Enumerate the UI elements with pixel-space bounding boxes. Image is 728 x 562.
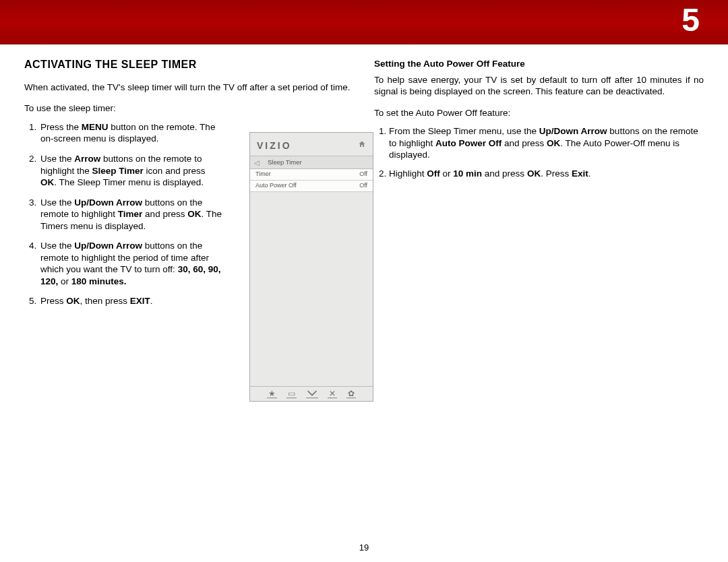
back-icon: ◁ xyxy=(254,158,264,167)
chapter-header: 5 xyxy=(0,0,728,44)
step-item: Use the Up/Down Arrow buttons on the rem… xyxy=(39,240,224,287)
page-number: 19 xyxy=(0,542,728,553)
osd-row-value: Off xyxy=(359,170,367,179)
close-icon: ✕ xyxy=(328,389,337,398)
gear-icon: ✿ xyxy=(346,389,356,398)
osd-row-timer: Timer Off xyxy=(250,169,373,181)
step-item: Use the Arrow buttons on the remote to h… xyxy=(39,153,224,189)
osd-row-auto-power: Auto Power Off Off xyxy=(250,181,373,192)
lead-text: To use the sleep timer: xyxy=(24,102,224,115)
osd-brand-row: VIZIO xyxy=(250,133,373,156)
intro-paragraph: When activated, the TV's sleep timer wil… xyxy=(24,82,354,94)
chevron-down-icon xyxy=(306,389,318,398)
left-text-block: To use the sleep timer: Press the MENU b… xyxy=(24,102,224,307)
osd-brand: VIZIO xyxy=(257,139,292,152)
left-column: ACTIVATING THE SLEEP TIMER When activate… xyxy=(24,58,354,562)
step-item: Highlight Off or 10 min and press OK. Pr… xyxy=(389,168,704,180)
auto-power-steps: From the Sleep Timer menu, use the Up/Do… xyxy=(374,125,704,179)
page-content: ACTIVATING THE SLEEP TIMER When activate… xyxy=(24,58,704,562)
osd-menu-figure: VIZIO ◁ Sleep Timer Timer Off Auto Power… xyxy=(249,132,373,402)
sleep-timer-steps: Press the MENU button on the remote. The… xyxy=(24,121,224,307)
section-heading: ACTIVATING THE SLEEP TIMER xyxy=(24,58,354,72)
right-intro: To help save energy, your TV is set by d… xyxy=(374,74,704,98)
step-item: Press the MENU button on the remote. The… xyxy=(39,121,224,145)
star-icon: ★ xyxy=(267,389,277,398)
osd-title-row: ◁ Sleep Timer xyxy=(250,156,373,169)
osd-row-label: Timer xyxy=(255,170,271,179)
osd-row-label: Auto Power Off xyxy=(255,182,297,190)
home-icon xyxy=(358,140,366,152)
osd-row-value: Off xyxy=(359,182,367,190)
subsection-heading: Setting the Auto Power Off Feature xyxy=(374,58,704,70)
right-lead: To set the Auto Power Off feature: xyxy=(374,107,704,119)
osd-screen-title: Sleep Timer xyxy=(264,158,302,166)
step-item: From the Sleep Timer menu, use the Up/Do… xyxy=(389,125,704,161)
right-column: Setting the Auto Power Off Feature To he… xyxy=(374,58,704,562)
step-item: Press OK, then press EXIT. xyxy=(39,295,224,307)
chapter-number: 5 xyxy=(681,1,700,38)
osd-bottom-bar: ★ ▭ ✕ ✿ xyxy=(250,386,373,401)
step-item: Use the Up/Down Arrow buttons on the rem… xyxy=(39,197,224,232)
wide-icon: ▭ xyxy=(286,389,297,398)
